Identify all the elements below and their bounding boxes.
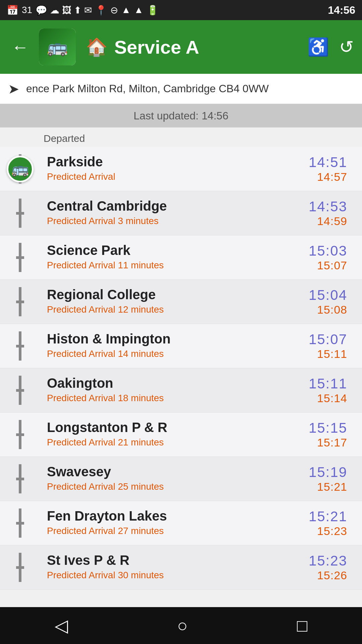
- stop-item[interactable]: Longstanton P & RPredicted Arrival 21 mi…: [0, 413, 362, 457]
- predicted-time: 15:26: [317, 569, 347, 582]
- nav-recent-button[interactable]: □: [284, 612, 321, 639]
- predicted-time: 15:08: [317, 303, 347, 316]
- scheduled-time: 15:03: [309, 243, 347, 259]
- stop-name: Regional College: [47, 287, 294, 302]
- predicted-time: 15:11: [317, 347, 347, 361]
- stop-name: Swavesey: [47, 464, 294, 479]
- stop-item[interactable]: Science ParkPredicted Arrival 11 minutes…: [0, 235, 362, 280]
- timeline-notch: [16, 301, 24, 303]
- bus-logo-icon: 🚌: [47, 37, 68, 57]
- nav-back-button[interactable]: ◁: [41, 612, 81, 639]
- stop-info: Science ParkPredicted Arrival 11 minutes: [40, 243, 294, 271]
- scheduled-time: 15:23: [309, 553, 347, 569]
- back-button[interactable]: ←: [8, 34, 32, 60]
- status-icons: 💬 ☁ 🖼 ⬆ ✉: [36, 5, 92, 16]
- predicted-time: 15:17: [317, 436, 347, 449]
- stop-item[interactable]: SwaveseyPredicted Arrival 25 minutes15:1…: [0, 457, 362, 501]
- timeline-col: [0, 376, 40, 405]
- last-updated-text: Last updated: 14:56: [134, 110, 229, 122]
- location-icon: 📍: [95, 5, 107, 16]
- scheduled-time: 15:07: [309, 331, 347, 347]
- predicted-time: 14:59: [317, 215, 347, 228]
- stop-times: 15:1515:17: [294, 420, 354, 449]
- departed-label: Departed: [0, 127, 362, 147]
- scheduled-time: 15:04: [309, 287, 347, 303]
- stop-item[interactable]: 🚌ParksidePredicted Arrival14:5114:57: [0, 147, 362, 191]
- accessibility-icon[interactable]: ♿: [307, 37, 329, 57]
- home-icon[interactable]: 🏠: [86, 37, 108, 57]
- bus-position-icon: 🚌: [7, 156, 34, 182]
- date-icon: 📅: [7, 5, 18, 16]
- stop-item[interactable]: Regional CollegePredicted Arrival 12 min…: [0, 280, 362, 324]
- stop-times: 15:1915:21: [294, 464, 354, 493]
- signal-icon: ▲: [134, 5, 143, 15]
- stop-name: Histon & Impington: [47, 331, 294, 346]
- stop-times: 15:1115:14: [294, 376, 354, 405]
- stop-name: Parkside: [47, 154, 294, 169]
- nav-home-button[interactable]: ○: [164, 612, 201, 639]
- stop-name: Fen Drayton Lakes: [47, 508, 294, 524]
- stop-prediction: Predicted Arrival 12 minutes: [47, 304, 294, 315]
- timeline-col: [0, 199, 40, 228]
- stop-item[interactable]: Histon & ImpingtonPredicted Arrival 14 m…: [0, 324, 362, 368]
- stop-info: Fen Drayton LakesPredicted Arrival 27 mi…: [40, 508, 294, 536]
- stop-name: Science Park: [47, 243, 294, 258]
- navigate-icon: ➤: [8, 81, 19, 97]
- stop-info: SwaveseyPredicted Arrival 25 minutes: [40, 464, 294, 492]
- stop-prediction: Predicted Arrival 30 minutes: [47, 570, 294, 581]
- stop-item[interactable]: Fen Drayton LakesPredicted Arrival 27 mi…: [0, 501, 362, 545]
- scheduled-time: 14:51: [309, 154, 347, 170]
- timeline-col: [0, 243, 40, 272]
- predicted-time: 15:14: [317, 392, 347, 405]
- scheduled-time: 15:19: [309, 464, 347, 480]
- timeline-notch: [16, 345, 24, 347]
- status-date: 31: [22, 5, 32, 15]
- stop-prediction: Predicted Arrival 27 minutes: [47, 526, 294, 536]
- timeline-notch: [16, 212, 24, 215]
- stop-item[interactable]: OakingtonPredicted Arrival 18 minutes15:…: [0, 368, 362, 413]
- stop-info: Longstanton P & RPredicted Arrival 21 mi…: [40, 420, 294, 448]
- stop-times: 14:5114:57: [294, 154, 354, 183]
- timeline-notch: [16, 389, 24, 392]
- stop-times: 15:0415:08: [294, 287, 354, 316]
- scheduled-time: 14:53: [309, 199, 347, 215]
- stop-name: Longstanton P & R: [47, 420, 294, 435]
- timeline-notch: [16, 566, 24, 569]
- stop-item[interactable]: Central CambridgePredicted Arrival 3 min…: [0, 191, 362, 235]
- stop-info: Regional CollegePredicted Arrival 12 min…: [40, 287, 294, 315]
- stop-times: 14:5314:59: [294, 199, 354, 228]
- timeline-notch: [16, 256, 24, 259]
- stop-prediction: Predicted Arrival 3 minutes: [47, 216, 294, 226]
- predicted-time: 15:23: [317, 525, 347, 538]
- app-title: Service A: [114, 36, 301, 58]
- app-bar-actions: ♿ ↺: [307, 37, 354, 57]
- refresh-icon[interactable]: ↺: [339, 37, 354, 57]
- bottom-nav: ◁ ○ □: [0, 607, 362, 644]
- stop-times: 15:0315:07: [294, 243, 354, 272]
- predicted-time: 14:57: [317, 170, 347, 183]
- timeline-notch: [16, 478, 24, 480]
- stop-item[interactable]: St Ives P & RPredicted Arrival 30 minute…: [0, 545, 362, 590]
- app-logo[interactable]: 🚌: [39, 29, 76, 65]
- timeline-col: [0, 464, 40, 493]
- minus-icon: ⊖: [110, 5, 118, 16]
- timeline-col: [0, 420, 40, 449]
- timeline-notch: [16, 522, 24, 525]
- last-updated-bar: Last updated: 14:56: [0, 104, 362, 127]
- predicted-time: 15:21: [317, 480, 347, 493]
- app-bar: ← 🚌 🏠 Service A ♿ ↺: [0, 20, 362, 74]
- timeline-col: [0, 508, 40, 538]
- scheduled-time: 15:11: [309, 376, 347, 392]
- stop-name: Oakington: [47, 376, 294, 391]
- location-bar: ➤ ence Park Milton Rd, Milton, Cambridge…: [0, 74, 362, 104]
- stop-name: Central Cambridge: [47, 199, 294, 214]
- stop-times: 15:0715:11: [294, 331, 354, 361]
- stop-prediction: Predicted Arrival 11 minutes: [47, 260, 294, 271]
- stop-info: Central CambridgePredicted Arrival 3 min…: [40, 199, 294, 226]
- stop-prediction: Predicted Arrival: [47, 171, 294, 182]
- predicted-time: 15:07: [317, 259, 347, 272]
- scheduled-time: 15:21: [309, 508, 347, 525]
- status-bar: 📅 31 💬 ☁ 🖼 ⬆ ✉ 📍 ⊖ ▲ ▲ 🔋 14:56: [0, 0, 362, 20]
- timeline-col: [0, 553, 40, 582]
- wifi-icon: ▲: [121, 5, 131, 15]
